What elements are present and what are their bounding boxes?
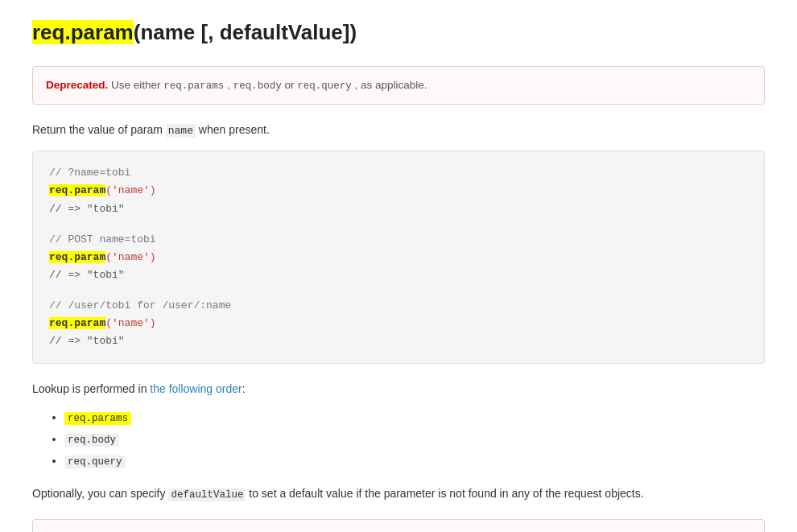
list-code-params: req.params [64,412,131,425]
lookup-text-before: Lookup is performed in [32,382,150,395]
code-examples: // ?name=tobi req.param('name') // => "t… [32,151,765,364]
deprecated-label: Deprecated. [46,79,108,91]
deprecated-notice: Deprecated. Use either req.params , req.… [32,66,765,105]
code-comment-2: // POST name=tobi [49,231,748,249]
code-args-3: ('name') [105,317,155,329]
page-title: req.param(name [, defaultValue]) [32,16,765,50]
deprecated-text-after: , as applicable. [354,79,427,91]
code-args-1: ('name') [105,184,155,196]
list-item-body: req.body [64,430,765,448]
code-result-1: // => "tobi" [49,200,748,218]
code-result-3: // => "tobi" [49,332,748,350]
code-comment-1: // ?name=tobi [49,164,748,182]
optional-text-after: to set a default value if the parameter … [246,487,643,500]
req-param-highlight-2: req.param [49,251,105,263]
list-code-query: req.query [64,456,126,468]
code-line-1: req.param('name') [49,182,748,200]
list-item-params: req.params [64,408,765,427]
deprecated-code1: req.params [163,80,224,92]
optional-description: Optionally, you can specify defaultValue… [32,485,765,503]
code-result-2: // => "tobi" [49,266,748,284]
lookup-text-colon: : [242,382,246,395]
title-highlight: req.param [32,20,134,44]
desc-code: name [166,124,196,138]
warning-notice: Direct access to req.body, req.params, a… [32,519,765,532]
lookup-text-following: the following order [150,382,242,395]
req-param-highlight-3: req.param [49,317,105,329]
list-item-query: req.query [64,452,765,470]
code-args-2: ('name') [105,251,155,263]
req-param-highlight-1: req.param [49,184,105,196]
code-example-2: // POST name=tobi req.param('name') // =… [49,231,748,284]
code-comment-3: // /user/tobi for /user/:name [49,297,748,315]
warning-line-1: Direct access to req.body, req.params, a… [46,530,751,532]
param-description: Return the value of param name when pres… [32,121,765,140]
code-line-2: req.param('name') [49,249,748,266]
code-example-3: // /user/tobi for /user/:name req.param(… [49,297,748,350]
code-example-1: // ?name=tobi req.param('name') // => "t… [49,164,748,217]
desc-text-before: Return the value of param [32,123,166,136]
lookup-list: req.params req.body req.query [64,408,765,470]
deprecated-text-mid2: or [284,79,297,91]
optional-code: defaultValue [168,489,246,501]
lookup-description: Lookup is performed in the following ord… [32,380,765,398]
desc-text-after: when present. [196,123,270,136]
list-code-body: req.body [64,434,119,447]
title-suffix: (name [, defaultValue]) [134,20,357,44]
deprecated-text-before: Use either [111,79,163,91]
deprecated-code3: req.query [297,80,352,92]
optional-text-before: Optionally, you can specify [32,487,168,500]
deprecated-code2: req.body [233,80,282,92]
deprecated-text-mid1: , [227,79,233,91]
code-line-3: req.param('name') [49,315,748,332]
